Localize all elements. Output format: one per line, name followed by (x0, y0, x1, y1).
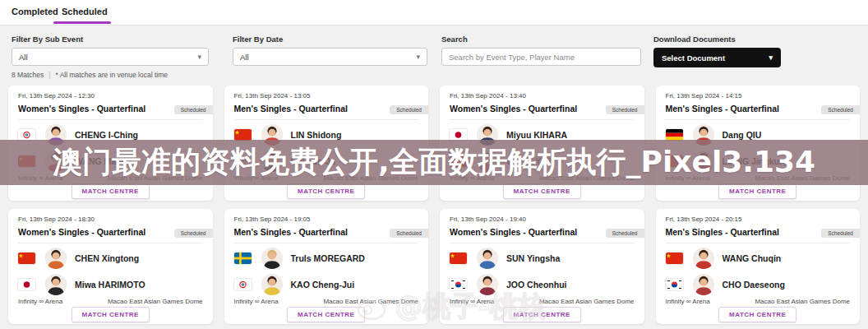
active-tab-indicator (53, 21, 111, 24)
player-avatar (45, 248, 67, 269)
player-name: Miyuu KIHARA (506, 130, 567, 140)
download-documents-group: Download Documents Select Document ▾ (653, 35, 781, 67)
country-flag-icon (666, 253, 683, 264)
weibo-watermark-text: @桃子-桃核 (395, 288, 546, 326)
status-badge: Scheduled (174, 105, 213, 114)
venue-arena: Infinity ∞ Arena (234, 298, 279, 305)
player-name: KAO Cheng-Jui (291, 280, 355, 290)
country-flag-icon (450, 253, 467, 264)
status-badge: Scheduled (174, 229, 213, 238)
top-tab-bar: Completed Scheduled (0, 0, 868, 25)
status-badge: Scheduled (606, 229, 644, 238)
match-card-header: Fri, 13th Sep 2024 - 13:05 Men's Singles… (224, 86, 429, 120)
match-card-header: Fri, 13th Sep 2024 - 14:15 Men's Singles… (656, 86, 861, 120)
status-badge: Scheduled (821, 105, 860, 114)
tab-completed[interactable]: Completed (12, 7, 58, 16)
match-card-header: Fri, 13th Sep 2024 - 13:40 Women's Singl… (440, 86, 644, 120)
filter-date-value: All (240, 53, 249, 62)
search-group: Search (441, 35, 641, 66)
country-flag-icon (666, 279, 683, 290)
filter-sub-event-label: Filter By Sub Event (12, 35, 209, 44)
match-card-header: Fri, 13th Sep 2024 - 19:40 Women's Singl… (440, 209, 644, 243)
search-label: Search (441, 35, 641, 44)
summary-divider: | (48, 71, 50, 79)
venue-arena: Infinity ∞ Arena (18, 298, 62, 305)
venue-arena: Infinity ∞ Arena (666, 298, 710, 305)
player-list: WANG Chuqin CHO Daeseong (656, 243, 861, 298)
country-flag-icon (666, 129, 683, 141)
venue-row: Infinity ∞ Arena Macao East Asian Games … (8, 298, 213, 305)
match-centre-button[interactable]: MATCH CENTRE (72, 307, 150, 322)
match-datetime: Fri, 13th Sep 2024 - 19:40 (450, 215, 635, 223)
select-document-value: Select Document (662, 53, 725, 63)
player-name: Dang QIU (723, 130, 762, 140)
player-row[interactable]: CHEN Xingtong (18, 245, 203, 271)
chevron-down-icon: ▾ (197, 53, 201, 61)
match-datetime: Fri, 13th Sep 2024 - 13:40 (450, 92, 635, 100)
player-avatar (261, 274, 283, 295)
venue-dome: Macao East Asian Games Dome (539, 298, 635, 305)
player-name: CHENG I-Ching (75, 130, 138, 140)
country-flag-icon (18, 279, 35, 290)
weibo-logo-icon (355, 292, 391, 322)
select-document-dropdown[interactable]: Select Document ▾ (653, 48, 781, 67)
filter-sub-event-select[interactable]: All ▾ (12, 48, 209, 66)
status-badge: Scheduled (390, 105, 428, 114)
match-centre-button[interactable]: MATCH CENTRE (718, 307, 796, 322)
match-card-footer: MATCH CENTRE (8, 305, 213, 324)
country-flag-icon (450, 129, 467, 141)
chevron-down-icon: ▾ (416, 53, 420, 61)
player-avatar (693, 274, 714, 295)
player-row[interactable]: Truls MOREGARD (234, 245, 419, 271)
player-row[interactable]: SUN Yingsha (450, 245, 635, 271)
player-avatar (477, 248, 498, 269)
match-card-header: Fri, 13th Sep 2024 - 12:30 Women's Singl… (8, 86, 213, 120)
match-card-header: Fri, 13th Sep 2024 - 20:15 Men's Singles… (656, 209, 861, 243)
venue-dome: Macao East Asian Games Dome (755, 298, 850, 305)
match-centre-button[interactable]: MATCH CENTRE (287, 183, 365, 199)
country-flag-icon (234, 129, 252, 141)
watermark-banner: 澳门最准的资料免费公开,全面数据解析执行_Pixel3.134 (0, 140, 868, 185)
filter-date-select[interactable]: All ▾ (233, 48, 427, 66)
match-centre-button[interactable]: MATCH CENTRE (72, 183, 150, 199)
match-centre-button[interactable]: MATCH CENTRE (718, 183, 796, 199)
player-name: CHEN Xingtong (75, 253, 139, 263)
player-name: WANG Chuqin (723, 253, 782, 263)
match-datetime: Fri, 13th Sep 2024 - 13:05 (234, 92, 419, 100)
filter-date-label: Filter By Date (233, 35, 427, 44)
status-badge: Scheduled (390, 229, 428, 238)
match-card: Fri, 13th Sep 2024 - 18:30 Women's Singl… (8, 209, 213, 324)
match-card-header: Fri, 13th Sep 2024 - 19:05 Men's Singles… (224, 209, 429, 243)
filter-date-group: Filter By Date All ▾ (233, 35, 427, 66)
tab-scheduled[interactable]: Scheduled (62, 7, 108, 16)
match-datetime: Fri, 13th Sep 2024 - 18:30 (18, 215, 203, 223)
chevron-down-icon: ▾ (769, 53, 773, 62)
player-row[interactable]: Miwa HARIMOTO (18, 271, 203, 298)
filter-sub-event-value: All (19, 53, 28, 62)
match-centre-button[interactable]: MATCH CENTRE (287, 307, 365, 322)
download-documents-label: Download Documents (653, 35, 781, 44)
watermark-banner-text: 澳门最准的资料免费公开,全面数据解析执行_Pixel3.134 (53, 142, 815, 183)
player-avatar (261, 248, 283, 269)
player-name: LIN Shidong (291, 130, 342, 140)
player-name: Truls MOREGARD (291, 253, 365, 263)
country-flag-icon (234, 253, 252, 264)
match-centre-button[interactable]: MATCH CENTRE (503, 183, 581, 199)
weibo-watermark: @桃子-桃核 (355, 288, 546, 326)
match-card-footer: MATCH CENTRE (656, 305, 861, 324)
match-datetime: Fri, 13th Sep 2024 - 19:05 (234, 215, 419, 223)
player-row[interactable]: WANG Chuqin (666, 245, 851, 271)
player-avatar (45, 274, 67, 295)
venue-dome: Macao East Asian Games Dome (108, 298, 203, 305)
match-datetime: Fri, 13th Sep 2024 - 14:15 (666, 92, 851, 100)
status-badge: Scheduled (606, 105, 644, 114)
venue-row: Infinity ∞ Arena Macao East Asian Games … (656, 298, 861, 305)
player-name: Miwa HARIMOTO (75, 280, 145, 290)
player-row[interactable]: CHO Daeseong (666, 271, 851, 298)
search-input[interactable] (441, 48, 641, 66)
country-flag-icon (18, 129, 35, 141)
match-card-header: Fri, 13th Sep 2024 - 18:30 Women's Singl… (8, 209, 213, 243)
match-card: Fri, 13th Sep 2024 - 20:15 Men's Singles… (656, 209, 861, 324)
match-datetime: Fri, 13th Sep 2024 - 12:30 (18, 92, 203, 100)
match-datetime: Fri, 13th Sep 2024 - 20:15 (666, 215, 851, 223)
